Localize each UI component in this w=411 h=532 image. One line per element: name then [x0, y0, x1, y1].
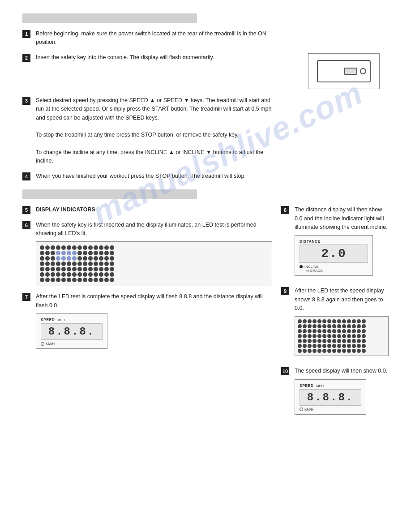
- step-10-text: The speed display will then show 0.0.: [295, 367, 387, 375]
- step-7-text: After the LED test is complete the speed…: [36, 292, 272, 310]
- speed-unit-right: MPH: [316, 384, 324, 388]
- step-5-number: 5: [22, 206, 30, 214]
- step-9: 9 After the LED test the speed display s…: [281, 287, 389, 356]
- speed-display-right: SPEED MPH 8.8.8. KM/H: [295, 379, 366, 415]
- key-fob-inner: [317, 60, 371, 82]
- step-5: 5 DISPLAY INDICATORS: [22, 206, 272, 214]
- step-6-text: When the safety key is first inserted an…: [36, 221, 272, 238]
- step-2-text: Insert the safety key into the console. …: [36, 53, 214, 62]
- step-1: 1 Before beginning, make sure the power …: [22, 30, 389, 47]
- step-8: 8 The distance display will then show 0.…: [281, 206, 389, 276]
- dot-matrix-right: [295, 316, 389, 356]
- step-4: 4 When you have finished your workout pr…: [22, 172, 389, 180]
- key-slot: [344, 68, 357, 75]
- key-fob-illustration: [308, 53, 380, 89]
- step-6: 6 When the safety key is first inserted …: [22, 221, 272, 287]
- step-1-text: Before beginning, make sure the power sw…: [36, 30, 273, 47]
- kmh-circle-right: [300, 408, 303, 411]
- step-6-number: 6: [22, 221, 30, 229]
- step-8-text: The distance display will then show 0.0 …: [295, 206, 389, 232]
- speed-unit-left: MPH: [57, 318, 65, 322]
- speed-sub-left: KM/H: [41, 342, 103, 346]
- key-circle: [360, 68, 366, 74]
- step-4-text: When you have finished your workout pres…: [36, 172, 246, 180]
- dot-matrix-left: [36, 241, 272, 286]
- step-2: 2 Insert the safety key into the console…: [22, 53, 290, 62]
- step-8-number: 8: [281, 206, 289, 214]
- step-10-number: 10: [281, 367, 289, 375]
- step-9-number: 9: [281, 287, 289, 295]
- grade-label: % GRADE: [306, 269, 368, 273]
- step-3-text: Select desired speed by pressing the SPE…: [36, 96, 273, 166]
- speed-screen-left: 8.8.8.: [41, 323, 103, 340]
- speed-label-left: SPEED: [41, 317, 55, 322]
- distance-label: DISTANCE: [300, 239, 368, 244]
- speed-display-left: SPEED MPH 8.8.8. KM/H: [36, 313, 107, 349]
- step-7-number: 7: [22, 293, 30, 301]
- step-1-number: 1: [22, 30, 30, 38]
- kmh-circle-left: [41, 342, 44, 346]
- speed-screen-right: 8.8.8.: [300, 389, 361, 406]
- speed-sub-right: KM/H: [300, 408, 361, 412]
- step-9-text: After the LED test the speed display sho…: [295, 287, 389, 313]
- step-4-number: 4: [22, 172, 30, 180]
- step-3: 3 Select desired speed by pressing the S…: [22, 96, 389, 166]
- step-5-text: DISPLAY INDICATORS: [36, 206, 95, 214]
- section1-bar: [22, 13, 197, 23]
- step-3-number: 3: [22, 97, 30, 105]
- step-10: 10 The speed display will then show 0.0.…: [281, 367, 387, 414]
- speed-label-right: SPEED: [300, 383, 313, 388]
- incline-label: INCLINE: [304, 265, 319, 269]
- incline-sub: INCLINE: [300, 265, 368, 269]
- section2-bar: [22, 189, 197, 199]
- distance-screen: 2.0: [300, 245, 368, 263]
- distance-display: DISTANCE 2.0 INCLINE % GRADE: [295, 235, 373, 276]
- step-7: 7 After the LED test is complete the spe…: [22, 292, 272, 349]
- incline-dot: [300, 265, 303, 268]
- page-container: manualshlive.com 1 Before beginning, mak…: [0, 0, 411, 532]
- step-2-number: 2: [22, 54, 30, 62]
